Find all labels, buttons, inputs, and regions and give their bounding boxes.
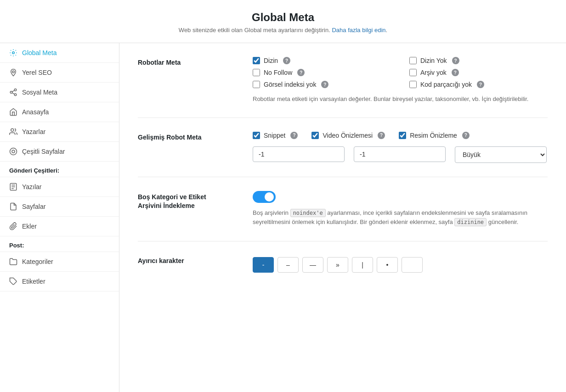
sidebar-item-sayfalar[interactable]: Sayfalar bbox=[0, 197, 119, 217]
page-header: Global Meta Web sitenizde etkili olan Gl… bbox=[0, 0, 566, 43]
ayirici-content: - – — » | • bbox=[253, 255, 548, 273]
robotlar-meta-section: Robotlar Meta Dizin ? No Fo bbox=[138, 57, 548, 118]
sep-btn-double-arrow[interactable]: » bbox=[327, 257, 348, 273]
sidebar-item-etiketler[interactable]: Etiketler bbox=[0, 272, 119, 291]
learn-more-link[interactable]: Daha fazla bilgi edin bbox=[332, 27, 385, 34]
page-title: Global Meta bbox=[9, 11, 557, 24]
checkbox-row-kod: Kod parçacığı yok ? bbox=[409, 81, 548, 88]
snippet-checkbox-row: Snippet ? bbox=[253, 132, 298, 139]
resim-select[interactable]: Büyük Orta Küçük Yok bbox=[455, 146, 547, 163]
sep-btn-dash[interactable]: – bbox=[277, 257, 299, 273]
noindex-code: noindex'e bbox=[290, 209, 326, 217]
gelismis-robot-section: Gelişmiş Robot Meta Snippet ? Video Öniz… bbox=[138, 118, 548, 177]
toggle-wrapper bbox=[253, 191, 548, 203]
sidebar-item-yazilar-label: Yazılar bbox=[22, 183, 42, 190]
arsiv-yok-help-icon[interactable]: ? bbox=[452, 69, 459, 76]
video-help-icon[interactable]: ? bbox=[378, 132, 385, 139]
toggle-slider bbox=[253, 191, 276, 203]
sidebar-item-cesitli-label: Çeşitli Sayfalar bbox=[22, 148, 65, 155]
gonderi-cesitleri-label: Gönderi Çeşitleri: bbox=[0, 162, 119, 177]
dizin-yok-label: Dizin Yok bbox=[420, 57, 447, 64]
dizinine-code: dizinine bbox=[454, 218, 487, 226]
location-icon bbox=[9, 68, 17, 77]
sidebar-item-yerel-seo-label: Yerel SEO bbox=[22, 69, 52, 76]
arsiv-yok-label: Arşiv yok bbox=[420, 69, 447, 76]
post-label: Post: bbox=[0, 236, 119, 252]
gelismis-robot-content: Snippet ? Video Önizlemesi ? Resim Önizl… bbox=[253, 132, 548, 163]
checkbox-row-gorsel: Görsel indeksi yok ? bbox=[253, 81, 391, 88]
sidebar-item-sosyal-meta[interactable]: Sosyal Meta bbox=[0, 83, 119, 102]
checkbox-row-dizin-yok: Dizin Yok ? bbox=[409, 57, 548, 64]
bos-kategori-description: Boş arşivlerin noindex'e ayarlanması, in… bbox=[253, 208, 548, 228]
gorsel-indeksi-checkbox[interactable] bbox=[253, 81, 260, 88]
robotlar-description: Robotlar meta etiketi için varsayılan de… bbox=[253, 95, 548, 104]
gorsel-indeksi-label: Görsel indeksi yok bbox=[264, 81, 316, 88]
video-checkbox-row: Video Önizlemesi ? bbox=[311, 132, 385, 139]
sep-btn-empty[interactable] bbox=[402, 257, 423, 273]
bos-kategori-toggle[interactable] bbox=[253, 191, 276, 203]
kod-parcacigi-checkbox[interactable] bbox=[409, 81, 417, 88]
file-icon bbox=[9, 202, 17, 211]
robotlar-checkbox-grid: Dizin ? No Follow ? Görsel indeksi yok bbox=[253, 57, 548, 88]
sep-btn-em-dash[interactable]: — bbox=[302, 257, 323, 273]
snippet-label: Snippet bbox=[264, 132, 285, 139]
share-icon bbox=[9, 88, 17, 96]
bos-kategori-section: Boş Kategori ve Etiket Arşivini İndeklem… bbox=[138, 177, 548, 242]
kod-help-icon[interactable]: ? bbox=[477, 81, 484, 88]
sep-btn-dot[interactable]: • bbox=[377, 257, 398, 273]
ayirici-section: Ayırıcı karakter - – — » | • bbox=[138, 241, 548, 286]
dizin-yok-checkbox[interactable] bbox=[409, 57, 417, 64]
dizin-yok-help-icon[interactable]: ? bbox=[452, 57, 459, 64]
sidebar-item-kategoriler[interactable]: Kategoriler bbox=[0, 252, 119, 272]
dizin-label: Dizin bbox=[264, 57, 278, 64]
sidebar-item-yerel-seo[interactable]: Yerel SEO bbox=[0, 63, 119, 83]
sep-btn-dash-bold[interactable]: - bbox=[253, 257, 274, 273]
paperclip-icon bbox=[9, 222, 17, 230]
sidebar-item-global-meta[interactable]: Global Meta bbox=[0, 43, 119, 63]
sidebar-item-yazarlar[interactable]: Yazarlar bbox=[0, 122, 119, 142]
ayirici-label: Ayırıcı karakter bbox=[138, 255, 239, 273]
resim-onizleme-checkbox[interactable] bbox=[399, 132, 406, 139]
no-follow-checkbox[interactable] bbox=[253, 69, 260, 76]
file-text-icon bbox=[9, 183, 17, 191]
sidebar-item-ekler[interactable]: Ekler bbox=[0, 217, 119, 236]
dizin-checkbox[interactable] bbox=[253, 57, 260, 64]
sidebar-item-kategoriler-label: Kategoriler bbox=[22, 258, 53, 265]
snippet-input[interactable] bbox=[253, 146, 345, 162]
checkbox-row-dizin: Dizin ? bbox=[253, 57, 391, 64]
no-follow-help-icon[interactable]: ? bbox=[297, 69, 305, 76]
svg-point-4 bbox=[14, 94, 17, 96]
sidebar-item-anasayfa-label: Anasayfa bbox=[22, 108, 49, 116]
users-icon bbox=[9, 128, 17, 136]
video-onizleme-checkbox[interactable] bbox=[311, 132, 319, 139]
video-field-group bbox=[354, 146, 446, 162]
svg-point-2 bbox=[14, 89, 17, 91]
svg-point-7 bbox=[12, 150, 15, 153]
gorsel-help-icon[interactable]: ? bbox=[321, 81, 328, 88]
sidebar-item-yazarlar-label: Yazarlar bbox=[22, 128, 45, 135]
dizin-help-icon[interactable]: ? bbox=[283, 57, 290, 64]
checkbox-group-right: Dizin Yok ? Arşiv yok ? Kod parçacığı yo… bbox=[409, 57, 548, 88]
video-input[interactable] bbox=[354, 146, 446, 162]
sidebar-item-sayfalar-label: Sayfalar bbox=[22, 203, 45, 210]
content-area: Robotlar Meta Dizin ? No Fo bbox=[119, 43, 566, 392]
checkbox-row-no-follow: No Follow ? bbox=[253, 69, 391, 76]
bos-kategori-label: Boş Kategori ve Etiket Arşivini İndeklem… bbox=[138, 191, 239, 228]
main-layout: Global Meta Yerel SEO Sosyal Meta Anasay… bbox=[0, 43, 566, 392]
snippet-field-group bbox=[253, 146, 345, 162]
sidebar-item-anasayfa[interactable]: Anasayfa bbox=[0, 102, 119, 122]
arsiv-yok-checkbox[interactable] bbox=[409, 69, 417, 76]
svg-point-6 bbox=[10, 148, 17, 155]
sidebar-item-etiketler-label: Etiketler bbox=[22, 278, 45, 285]
sidebar-item-sosyal-meta-label: Sosyal Meta bbox=[22, 89, 57, 96]
snippet-checkbox[interactable] bbox=[253, 132, 260, 139]
resim-help-icon[interactable]: ? bbox=[462, 132, 470, 139]
sidebar-item-yazilar[interactable]: Yazılar bbox=[0, 177, 119, 197]
video-onizleme-label: Video Önizlemesi bbox=[323, 132, 373, 139]
sep-btn-pipe[interactable]: | bbox=[352, 257, 373, 273]
sidebar-item-ekler-label: Ekler bbox=[22, 223, 37, 230]
snippet-help-icon[interactable]: ? bbox=[290, 132, 298, 139]
svg-point-0 bbox=[12, 52, 15, 54]
gelismis-robot-label: Gelişmiş Robot Meta bbox=[138, 132, 239, 163]
sidebar-item-cesitli[interactable]: Çeşitli Sayfalar bbox=[0, 142, 119, 162]
